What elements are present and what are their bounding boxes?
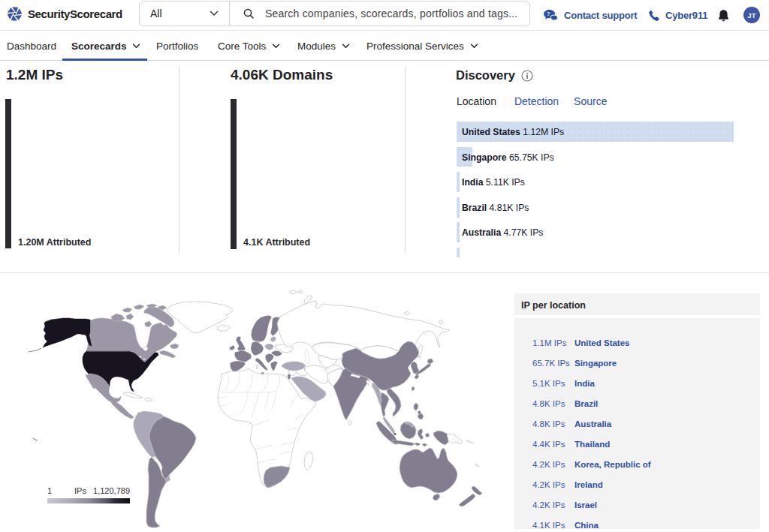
svg-text:?: ? xyxy=(547,11,550,17)
